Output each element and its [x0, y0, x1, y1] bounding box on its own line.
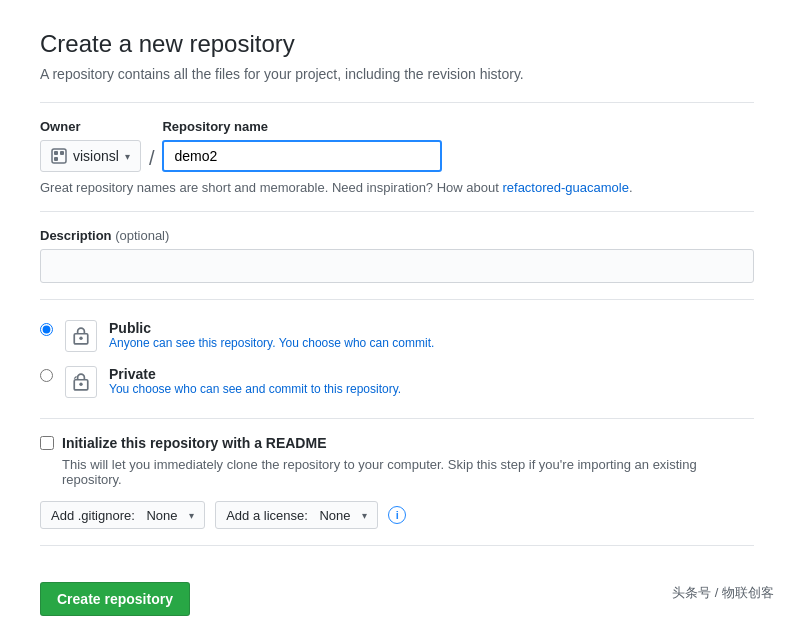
public-icon: [65, 320, 97, 352]
repo-name-label: Repository name: [162, 119, 442, 134]
slash-separator: /: [149, 147, 155, 172]
watermark: 头条号 / 物联创客: [672, 584, 774, 602]
repo-hint: Great repository names are short and mem…: [40, 180, 754, 195]
divider-visibility: [40, 299, 754, 300]
init-desc: This will let you immediately clone the …: [62, 457, 754, 487]
public-radio[interactable]: [40, 323, 53, 336]
page-title: Create a new repository: [40, 30, 754, 58]
public-content: Public Anyone can see this repository. Y…: [109, 320, 434, 350]
repo-hint-suggestion: refactored-guacamole: [502, 180, 628, 195]
svg-rect-0: [52, 149, 66, 163]
dropdown-row: Add .gitignore: None ▾ Add a license: No…: [40, 501, 754, 529]
svg-line-8: [74, 376, 76, 378]
init-section: Initialize this repository with a README…: [40, 435, 754, 529]
divider-bottom: [40, 545, 754, 546]
license-dropdown[interactable]: Add a license: None ▾: [215, 501, 378, 529]
init-checkbox[interactable]: [40, 436, 54, 450]
private-radio[interactable]: [40, 369, 53, 382]
license-label: Add a license:: [226, 508, 308, 523]
svg-point-5: [79, 337, 82, 340]
init-checkbox-row: Initialize this repository with a README: [40, 435, 754, 451]
repo-name-input[interactable]: [162, 140, 442, 172]
page-subtitle: A repository contains all the files for …: [40, 66, 754, 82]
divider-init: [40, 418, 754, 419]
init-label: Initialize this repository with a README: [62, 435, 326, 451]
gitignore-dropdown[interactable]: Add .gitignore: None ▾: [40, 501, 205, 529]
divider-top: [40, 102, 754, 103]
license-caret: ▾: [362, 510, 367, 521]
gitignore-label: Add .gitignore:: [51, 508, 135, 523]
description-group: Description (optional): [40, 228, 754, 283]
repo-name-field-group: Repository name: [162, 119, 442, 172]
private-content: Private You choose who can see and commi…: [109, 366, 401, 396]
description-input[interactable]: [40, 249, 754, 283]
create-repository-button[interactable]: Create repository: [40, 582, 190, 616]
svg-rect-3: [54, 157, 58, 161]
owner-name: visionsl: [73, 148, 119, 164]
svg-rect-1: [54, 151, 58, 155]
private-label: Private: [109, 366, 401, 382]
private-icon: [65, 366, 97, 398]
description-label: Description (optional): [40, 228, 754, 243]
private-option: Private You choose who can see and commi…: [40, 366, 754, 398]
gitignore-caret: ▾: [189, 510, 194, 521]
owner-repo-row: Owner visionsl ▾ / Repository name: [40, 119, 754, 172]
divider-description: [40, 211, 754, 212]
info-icon[interactable]: i: [388, 506, 406, 524]
public-label: Public: [109, 320, 434, 336]
license-value: None: [319, 508, 350, 523]
svg-rect-2: [60, 151, 64, 155]
private-desc: You choose who can see and commit to thi…: [109, 382, 401, 396]
gitignore-value: None: [146, 508, 177, 523]
owner-label: Owner: [40, 119, 141, 134]
visibility-radio-group: Public Anyone can see this repository. Y…: [40, 320, 754, 398]
svg-point-7: [79, 383, 82, 386]
owner-field-group: Owner visionsl ▾: [40, 119, 141, 172]
public-option: Public Anyone can see this repository. Y…: [40, 320, 754, 352]
owner-caret: ▾: [125, 151, 130, 162]
owner-select[interactable]: visionsl ▾: [40, 140, 141, 172]
owner-icon: [51, 148, 67, 164]
public-desc: Anyone can see this repository. You choo…: [109, 336, 434, 350]
